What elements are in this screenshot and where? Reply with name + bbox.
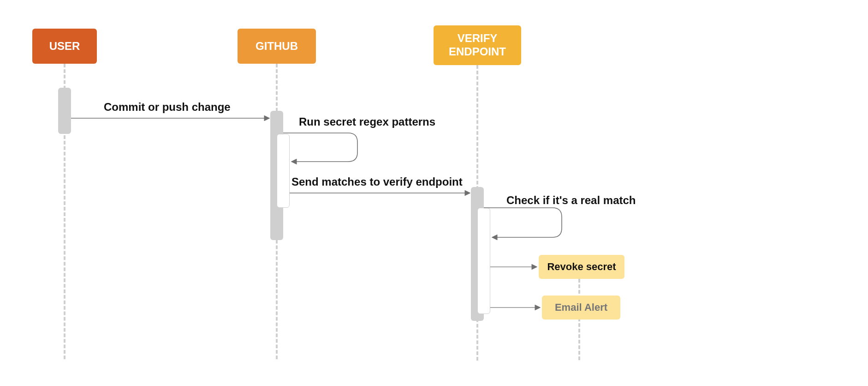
arrow-check-loop	[484, 208, 562, 237]
action-email: Email Alert	[542, 296, 620, 320]
participant-label: VERIFY ENDPOINT	[442, 32, 513, 59]
participant-verify: VERIFY ENDPOINT	[434, 25, 521, 65]
msg-send-matches: Send matches to verify endpoint	[291, 175, 463, 188]
activation-user	[58, 88, 71, 134]
msg-commit: Commit or push change	[104, 101, 231, 114]
arrow-regex-loop	[283, 133, 357, 162]
action-label: Email Alert	[555, 302, 607, 314]
participant-github: GITHUB	[238, 29, 316, 64]
participant-label: USER	[49, 40, 80, 53]
msg-regex: Run secret regex patterns	[299, 115, 435, 128]
sequence-diagram: USER GITHUB VERIFY ENDPOINT Commit or pu…	[0, 0, 868, 386]
activation-github-inner	[277, 134, 290, 208]
action-label: Revoke secret	[547, 261, 616, 273]
participant-label: GITHUB	[256, 40, 298, 53]
action-revoke: Revoke secret	[539, 255, 624, 279]
activation-verify-inner	[477, 208, 490, 314]
msg-check-real: Check if it's a real match	[506, 194, 636, 207]
participant-user: USER	[32, 29, 97, 64]
